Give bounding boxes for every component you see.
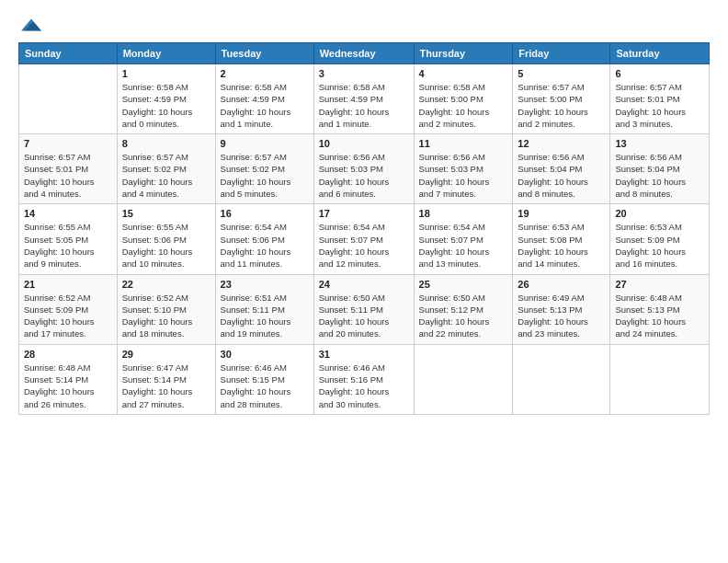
calendar-week-row: 28Sunrise: 6:48 AM Sunset: 5:14 PM Dayli…	[19, 344, 710, 414]
day-info: Sunrise: 6:58 AM Sunset: 5:00 PM Dayligh…	[419, 81, 508, 130]
day-number: 26	[518, 279, 605, 290]
calendar-day-header: Sunday	[19, 43, 118, 64]
day-info: Sunrise: 6:54 AM Sunset: 5:07 PM Dayligh…	[419, 221, 508, 270]
day-info: Sunrise: 6:46 AM Sunset: 5:16 PM Dayligh…	[319, 362, 409, 410]
calendar-header-row: SundayMondayTuesdayWednesdayThursdayFrid…	[19, 43, 710, 64]
calendar-cell: 30Sunrise: 6:46 AM Sunset: 5:15 PM Dayli…	[215, 344, 313, 414]
day-info: Sunrise: 6:57 AM Sunset: 5:02 PM Dayligh…	[122, 151, 210, 200]
calendar-day-header: Saturday	[610, 43, 710, 64]
calendar-cell: 18Sunrise: 6:54 AM Sunset: 5:07 PM Dayli…	[414, 204, 513, 274]
day-info: Sunrise: 6:53 AM Sunset: 5:09 PM Dayligh…	[615, 221, 704, 270]
header	[18, 15, 710, 35]
calendar-cell: 8Sunrise: 6:57 AM Sunset: 5:02 PM Daylig…	[117, 134, 215, 204]
day-number: 22	[122, 279, 210, 290]
day-number: 5	[518, 68, 605, 79]
calendar-cell: 21Sunrise: 6:52 AM Sunset: 5:09 PM Dayli…	[19, 274, 118, 344]
calendar-cell: 28Sunrise: 6:48 AM Sunset: 5:14 PM Dayli…	[19, 344, 118, 414]
calendar-cell	[610, 344, 710, 414]
calendar-day-header: Monday	[117, 43, 215, 64]
day-number: 27	[615, 279, 704, 290]
day-info: Sunrise: 6:56 AM Sunset: 5:04 PM Dayligh…	[615, 151, 704, 200]
day-number: 4	[419, 68, 508, 79]
day-info: Sunrise: 6:57 AM Sunset: 5:01 PM Dayligh…	[24, 151, 112, 200]
calendar-cell: 1Sunrise: 6:58 AM Sunset: 4:59 PM Daylig…	[117, 64, 215, 134]
day-info: Sunrise: 6:49 AM Sunset: 5:13 PM Dayligh…	[518, 292, 605, 340]
day-number: 20	[615, 208, 704, 219]
calendar-cell	[414, 344, 513, 414]
calendar-table: SundayMondayTuesdayWednesdayThursdayFrid…	[18, 42, 710, 415]
day-number: 24	[319, 279, 409, 290]
day-info: Sunrise: 6:57 AM Sunset: 5:02 PM Dayligh…	[221, 151, 309, 200]
calendar-week-row: 1Sunrise: 6:58 AM Sunset: 4:59 PM Daylig…	[19, 64, 710, 134]
calendar-cell: 14Sunrise: 6:55 AM Sunset: 5:05 PM Dayli…	[19, 204, 118, 274]
calendar-cell: 19Sunrise: 6:53 AM Sunset: 5:08 PM Dayli…	[513, 204, 610, 274]
day-info: Sunrise: 6:55 AM Sunset: 5:06 PM Dayligh…	[122, 221, 210, 270]
calendar-cell: 13Sunrise: 6:56 AM Sunset: 5:04 PM Dayli…	[610, 134, 710, 204]
day-number: 12	[518, 138, 605, 149]
day-number: 19	[518, 208, 605, 219]
calendar-cell: 27Sunrise: 6:48 AM Sunset: 5:13 PM Dayli…	[610, 274, 710, 344]
day-number: 15	[122, 208, 210, 219]
calendar-cell: 17Sunrise: 6:54 AM Sunset: 5:07 PM Dayli…	[313, 204, 414, 274]
day-info: Sunrise: 6:47 AM Sunset: 5:14 PM Dayligh…	[122, 362, 210, 410]
day-number: 11	[419, 138, 508, 149]
day-number: 2	[221, 68, 309, 79]
calendar-cell	[19, 64, 118, 134]
calendar-cell: 9Sunrise: 6:57 AM Sunset: 5:02 PM Daylig…	[215, 134, 313, 204]
calendar-cell: 10Sunrise: 6:56 AM Sunset: 5:03 PM Dayli…	[313, 134, 414, 204]
day-number: 17	[319, 208, 409, 219]
day-number: 10	[319, 138, 409, 149]
day-info: Sunrise: 6:55 AM Sunset: 5:05 PM Dayligh…	[24, 221, 112, 270]
calendar-day-header: Tuesday	[215, 43, 313, 64]
calendar-week-row: 7Sunrise: 6:57 AM Sunset: 5:01 PM Daylig…	[19, 134, 710, 204]
day-info: Sunrise: 6:58 AM Sunset: 4:59 PM Dayligh…	[122, 81, 210, 130]
calendar-cell: 12Sunrise: 6:56 AM Sunset: 5:04 PM Dayli…	[513, 134, 610, 204]
day-info: Sunrise: 6:56 AM Sunset: 5:03 PM Dayligh…	[419, 151, 508, 200]
day-info: Sunrise: 6:50 AM Sunset: 5:12 PM Dayligh…	[419, 292, 508, 340]
calendar-cell: 31Sunrise: 6:46 AM Sunset: 5:16 PM Dayli…	[313, 344, 414, 414]
calendar-day-header: Friday	[513, 43, 610, 64]
day-number: 9	[221, 138, 309, 149]
day-number: 16	[221, 208, 309, 219]
day-number: 21	[24, 279, 112, 290]
day-info: Sunrise: 6:58 AM Sunset: 4:59 PM Dayligh…	[221, 81, 309, 130]
calendar-cell: 3Sunrise: 6:58 AM Sunset: 4:59 PM Daylig…	[313, 64, 414, 134]
day-info: Sunrise: 6:52 AM Sunset: 5:09 PM Dayligh…	[24, 292, 112, 340]
day-number: 3	[319, 68, 409, 79]
calendar-day-header: Thursday	[414, 43, 513, 64]
calendar-cell: 11Sunrise: 6:56 AM Sunset: 5:03 PM Dayli…	[414, 134, 513, 204]
page: SundayMondayTuesdayWednesdayThursdayFrid…	[0, 0, 728, 563]
day-info: Sunrise: 6:54 AM Sunset: 5:06 PM Dayligh…	[221, 221, 309, 270]
day-number: 28	[24, 349, 112, 360]
day-info: Sunrise: 6:51 AM Sunset: 5:11 PM Dayligh…	[221, 292, 309, 340]
calendar-cell: 23Sunrise: 6:51 AM Sunset: 5:11 PM Dayli…	[215, 274, 313, 344]
day-info: Sunrise: 6:57 AM Sunset: 5:00 PM Dayligh…	[518, 81, 605, 130]
calendar-cell: 5Sunrise: 6:57 AM Sunset: 5:00 PM Daylig…	[513, 64, 610, 134]
calendar-cell: 22Sunrise: 6:52 AM Sunset: 5:10 PM Dayli…	[117, 274, 215, 344]
day-info: Sunrise: 6:57 AM Sunset: 5:01 PM Dayligh…	[615, 81, 704, 130]
calendar-cell: 29Sunrise: 6:47 AM Sunset: 5:14 PM Dayli…	[117, 344, 215, 414]
calendar-week-row: 21Sunrise: 6:52 AM Sunset: 5:09 PM Dayli…	[19, 274, 710, 344]
day-number: 31	[319, 349, 409, 360]
logo-text	[18, 15, 41, 35]
day-info: Sunrise: 6:54 AM Sunset: 5:07 PM Dayligh…	[319, 221, 409, 270]
day-info: Sunrise: 6:52 AM Sunset: 5:10 PM Dayligh…	[122, 292, 210, 340]
day-number: 18	[419, 208, 508, 219]
logo	[18, 15, 41, 35]
calendar-cell	[513, 344, 610, 414]
day-number: 29	[122, 349, 210, 360]
calendar-cell: 7Sunrise: 6:57 AM Sunset: 5:01 PM Daylig…	[19, 134, 118, 204]
calendar-cell: 25Sunrise: 6:50 AM Sunset: 5:12 PM Dayli…	[414, 274, 513, 344]
calendar-cell: 26Sunrise: 6:49 AM Sunset: 5:13 PM Dayli…	[513, 274, 610, 344]
calendar-cell: 24Sunrise: 6:50 AM Sunset: 5:11 PM Dayli…	[313, 274, 414, 344]
day-number: 30	[221, 349, 309, 360]
day-info: Sunrise: 6:56 AM Sunset: 5:03 PM Dayligh…	[319, 151, 409, 200]
day-number: 7	[24, 138, 112, 149]
calendar-week-row: 14Sunrise: 6:55 AM Sunset: 5:05 PM Dayli…	[19, 204, 710, 274]
day-number: 13	[615, 138, 704, 149]
day-number: 25	[419, 279, 508, 290]
day-info: Sunrise: 6:48 AM Sunset: 5:13 PM Dayligh…	[615, 292, 704, 340]
day-info: Sunrise: 6:56 AM Sunset: 5:04 PM Dayligh…	[518, 151, 605, 200]
day-info: Sunrise: 6:48 AM Sunset: 5:14 PM Dayligh…	[24, 362, 112, 410]
calendar-cell: 2Sunrise: 6:58 AM Sunset: 4:59 PM Daylig…	[215, 64, 313, 134]
